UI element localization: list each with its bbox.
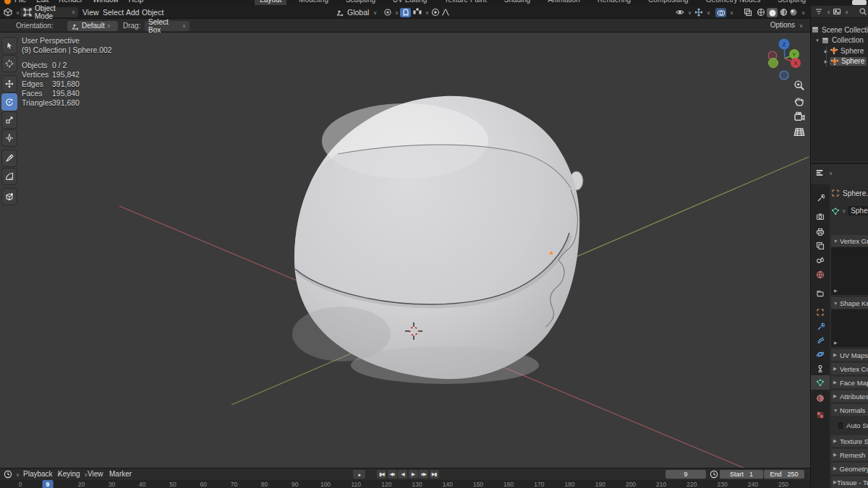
workspace-tab-sculpting[interactable]: Sculpting <box>341 0 380 5</box>
chevron-down-icon[interactable]: ∨ <box>395 10 399 16</box>
topbar-menu-window[interactable]: Window <box>93 0 119 4</box>
section-vertex-groups[interactable]: ▼Vertex Groups <box>831 235 868 247</box>
tool-button-add-cube[interactable] <box>1 188 17 205</box>
tool-button-move[interactable] <box>1 75 17 93</box>
workspace-tab-compositing[interactable]: Compositing <box>643 0 694 5</box>
transform-orientation-dropdown[interactable]: Global <box>347 8 369 17</box>
auto-smooth-checkbox[interactable] <box>838 422 843 429</box>
outliner-row-collection[interactable]: ▼Collection <box>811 35 868 46</box>
auto-keying-button[interactable]: ● <box>353 470 365 479</box>
search-icon[interactable] <box>859 7 867 16</box>
object-type-visibility-icon[interactable] <box>676 8 684 17</box>
display-mode-icon[interactable] <box>833 7 841 16</box>
helmet-model[interactable] <box>292 96 583 384</box>
viewport-menu-select[interactable]: Select <box>103 8 124 17</box>
zoom-view-icon[interactable] <box>791 78 807 93</box>
tool-button-scale[interactable] <box>1 111 17 129</box>
timeline-menu-playback[interactable]: Playback ∨ <box>23 470 60 478</box>
workspace-tab-geometry-nodes[interactable]: Geometry Nodes <box>701 0 766 5</box>
mode-dropdown[interactable]: Object Mode ∨ <box>20 7 78 17</box>
editor-type-3dviewport-icon[interactable] <box>4 8 12 17</box>
section-remesh[interactable]: ▶Remesh <box>831 449 868 461</box>
viewport-menu-add[interactable]: Add <box>126 8 140 17</box>
section-list-shape-keys[interactable]: ▶ <box>831 309 868 347</box>
section-attributes[interactable]: ▶Attributes <box>831 390 868 402</box>
properties-tab-object-data[interactable] <box>811 375 830 390</box>
navigation-gizmo[interactable]: Z Y X <box>764 35 809 81</box>
chevron-down-icon[interactable]: ∨ <box>827 9 830 15</box>
section-list-vertex-groups[interactable]: ▶ <box>831 247 868 295</box>
chevron-down-icon[interactable]: ∨ <box>425 10 429 16</box>
topbar-menu-render[interactable]: Render <box>59 0 82 4</box>
properties-tab-tool[interactable] <box>811 191 830 205</box>
workspace-tab-animation[interactable]: Animation <box>542 0 584 5</box>
section-texture-space[interactable]: ▶Texture Space <box>831 435 868 447</box>
options-dropdown[interactable]: Options ∨ <box>770 21 803 29</box>
tool-button-cursor[interactable] <box>1 55 17 72</box>
toggle-ortho-icon[interactable] <box>791 124 807 139</box>
workspace-tab-scripting[interactable]: Scripting <box>773 0 811 5</box>
play-button[interactable]: ▶ <box>409 470 418 479</box>
properties-tab-object[interactable] <box>811 305 830 320</box>
timeline-menu-keying[interactable]: Keying ∨ <box>58 470 88 478</box>
topbar-menu-edit[interactable]: Edit <box>36 0 48 4</box>
shading-wireframe-icon[interactable] <box>757 8 765 17</box>
show-gizmo-icon[interactable] <box>694 8 703 17</box>
jump-to-end-button[interactable]: ▶▮ <box>430 470 439 479</box>
chevron-down-icon[interactable]: ∨ <box>16 472 20 478</box>
outliner-row-sphere[interactable]: ▶Sphere <box>811 46 868 56</box>
gizmo-axis-neg-y[interactable] <box>769 59 778 68</box>
current-frame-field[interactable]: 9 <box>665 470 706 479</box>
properties-tab-output[interactable] <box>811 225 830 239</box>
mesh-data-name-field[interactable]: Sphere.002 <box>848 206 868 215</box>
section-normals[interactable]: ▼Normals <box>831 404 868 416</box>
editor-type-timeline-icon[interactable] <box>4 470 12 479</box>
chevron-down-icon[interactable]: ∨ <box>730 10 733 16</box>
tool-button-annotate[interactable] <box>1 150 17 167</box>
playhead-current-frame[interactable]: 9 <box>43 480 54 488</box>
chevron-down-icon[interactable]: ∨ <box>373 10 377 16</box>
chevron-down-icon[interactable]: ∨ <box>829 171 833 176</box>
shading-solid-icon[interactable] <box>767 8 778 17</box>
scene-selector-clipped[interactable] <box>852 0 867 5</box>
properties-tab-render[interactable] <box>811 210 830 224</box>
workspace-tab-modeling[interactable]: Modeling <box>294 0 333 5</box>
viewport-canvas[interactable]: User Perspective (9) Collection | Sphere… <box>0 33 810 468</box>
properties-tab-constraints[interactable] <box>811 361 830 376</box>
show-overlays-toggle[interactable] <box>715 8 726 17</box>
topbar-menu-help[interactable]: Help <box>129 0 144 4</box>
timeline-menu-view[interactable]: View <box>88 470 103 478</box>
topbar-menu-file[interactable]: File <box>14 0 26 4</box>
camera-view-icon[interactable] <box>791 109 807 124</box>
outliner-row-scene-collection[interactable]: Scene Collection <box>811 25 868 35</box>
section-face-maps[interactable]: ▶Face Maps <box>831 377 868 388</box>
chevron-down-icon[interactable]: ∨ <box>707 10 710 16</box>
properties-tab-view-layer[interactable] <box>811 239 830 253</box>
workspace-tab-uv-editing[interactable]: UV Editing <box>388 0 432 5</box>
viewport-menu-object[interactable]: Object <box>142 8 163 17</box>
tool-button-measure[interactable] <box>1 168 17 185</box>
chevron-down-icon[interactable]: ∨ <box>688 10 692 16</box>
tool-button-transform[interactable] <box>1 129 17 147</box>
drag-dropdown[interactable]: Select Box ∨ <box>145 21 190 31</box>
section-geometry-data[interactable]: ▶Geometry Data <box>831 463 868 474</box>
chevron-down-icon[interactable]: ∨ <box>845 9 848 15</box>
timeline-menu-marker[interactable]: Marker <box>109 470 132 478</box>
workspace-tab-shading[interactable]: Shading <box>499 0 536 5</box>
properties-tab-texture[interactable] <box>811 408 830 422</box>
timeline-ruler[interactable]: 0203040506070809010011012013014015016017… <box>0 480 810 488</box>
properties-tab-world[interactable] <box>811 267 830 282</box>
orientation-dropdown[interactable]: Default ∨ <box>67 21 118 31</box>
gizmo-axis-neg-z[interactable] <box>780 71 788 80</box>
toggle-xray-icon[interactable] <box>744 8 752 17</box>
section-tissue-tessellate[interactable]: ▶Tissue - Tessellate <box>831 476 868 488</box>
properties-tab-physics[interactable] <box>811 347 830 361</box>
tool-button-tweak-select[interactable] <box>1 37 17 54</box>
prev-keyframe-button[interactable]: ◀● <box>388 470 397 479</box>
outliner-row-sphere[interactable]: ▶Sphere <box>811 56 868 67</box>
shading-rendered-icon[interactable] <box>789 8 798 17</box>
workspace-tab-layout[interactable]: Layout <box>255 0 286 5</box>
chevron-down-icon[interactable]: ∨ <box>801 10 805 16</box>
properties-tab-collection[interactable] <box>811 286 830 301</box>
workspace-tab-texture-paint[interactable]: Texture Paint <box>439 0 491 5</box>
